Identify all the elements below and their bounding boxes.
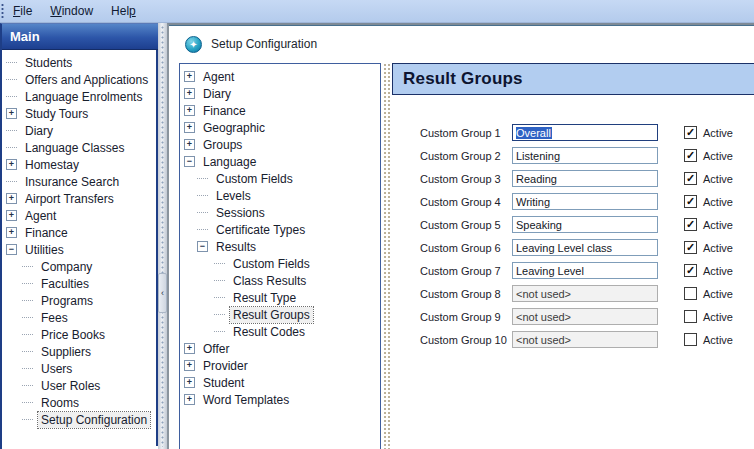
expand-plus-icon[interactable]: + (184, 105, 195, 116)
expand-plus-icon[interactable]: + (184, 122, 195, 133)
menu-item-window[interactable]: Window (41, 2, 102, 20)
sidebar-item-language-classes[interactable]: Language Classes (2, 139, 156, 156)
custom-group-input[interactable]: Leaving Level (512, 262, 658, 279)
config-tree-item-finance[interactable]: +Finance (180, 102, 380, 119)
active-checkbox-checked[interactable]: ✓ (684, 195, 697, 208)
expand-plus-icon[interactable]: + (184, 343, 195, 354)
collapse-minus-icon[interactable]: − (184, 156, 195, 167)
config-tree-item-result-type[interactable]: Result Type (180, 289, 380, 306)
active-checkbox-unchecked[interactable] (684, 333, 697, 346)
expand-plus-icon[interactable]: + (184, 88, 195, 99)
custom-group-input[interactable]: Speaking (512, 216, 658, 233)
config-tree-item-language[interactable]: −Language (180, 153, 380, 170)
custom-group-input[interactable]: Leaving Level class (512, 239, 658, 256)
menu-bar: FileWindowHelp (0, 0, 754, 23)
active-checkbox-checked[interactable]: ✓ (684, 172, 697, 185)
sidebar-item-language-enrolments[interactable]: Language Enrolments (2, 88, 156, 105)
custom-group-row: Custom Group 3Reading✓Active (392, 167, 754, 190)
config-tree-item-result-groups[interactable]: Result Groups (180, 306, 380, 323)
sidebar-item-company[interactable]: Company (2, 258, 156, 275)
config-tree-item-provider[interactable]: +Provider (180, 357, 380, 374)
sidebar-item-homestay[interactable]: +Homestay (2, 156, 156, 173)
sidebar-item-users[interactable]: Users (2, 360, 156, 377)
custom-group-input[interactable]: Reading (512, 170, 658, 187)
sidebar-item-offers-and-applications[interactable]: Offers and Applications (2, 71, 156, 88)
menu-item-help[interactable]: Help (102, 2, 145, 20)
config-tree-item-groups[interactable]: +Groups (180, 136, 380, 153)
custom-group-label: Custom Group 7 (420, 265, 512, 277)
collapse-minus-icon[interactable]: − (6, 244, 17, 255)
active-checkbox-checked[interactable]: ✓ (684, 126, 697, 139)
active-checkbox-checked[interactable]: ✓ (684, 241, 697, 254)
config-tree-item-student[interactable]: +Student (180, 374, 380, 391)
tree-item-label: Airport Transfers (22, 191, 117, 207)
sidebar-item-setup-configuration[interactable]: Setup Configuration (2, 411, 156, 428)
config-tree-item-class-results[interactable]: Class Results (180, 272, 380, 289)
splitter-texture (161, 25, 164, 447)
active-label: Active (703, 150, 733, 162)
config-tree-item-custom-fields[interactable]: Custom Fields (180, 255, 380, 272)
sidebar-item-programs[interactable]: Programs (2, 292, 156, 309)
window-titlebar: ✦ Setup Configuration (169, 25, 754, 63)
config-tree-item-agent[interactable]: +Agent (180, 68, 380, 85)
expand-plus-icon[interactable]: + (184, 139, 195, 150)
custom-group-input[interactable]: <not used> (512, 285, 658, 302)
config-tree-item-sessions[interactable]: Sessions (180, 204, 380, 221)
sidebar-item-rooms[interactable]: Rooms (2, 394, 156, 411)
config-tree-item-offer[interactable]: +Offer (180, 340, 380, 357)
sidebar-item-user-roles[interactable]: User Roles (2, 377, 156, 394)
config-tree-item-custom-fields[interactable]: Custom Fields (180, 170, 380, 187)
collapse-minus-icon[interactable]: − (197, 241, 208, 252)
sidebar-item-finance[interactable]: +Finance (2, 224, 156, 241)
config-tree-item-results[interactable]: −Results (180, 238, 380, 255)
sidebar-splitter[interactable]: ‹ (158, 23, 167, 449)
config-tree-item-levels[interactable]: Levels (180, 187, 380, 204)
menu-item-file[interactable]: File (4, 2, 41, 20)
active-checkbox-checked[interactable]: ✓ (684, 218, 697, 231)
config-tree-item-result-codes[interactable]: Result Codes (180, 323, 380, 340)
expand-plus-icon[interactable]: + (6, 108, 17, 119)
sidebar-item-students[interactable]: Students (2, 54, 156, 71)
custom-group-input[interactable]: <not used> (512, 331, 658, 348)
active-checkbox-checked[interactable]: ✓ (684, 264, 697, 277)
active-checkbox-checked[interactable]: ✓ (684, 149, 697, 162)
active-checkbox-unchecked[interactable] (684, 287, 697, 300)
expand-plus-icon[interactable]: + (184, 71, 195, 82)
custom-group-input[interactable]: Writing (512, 193, 658, 210)
custom-group-input[interactable]: Listening (512, 147, 658, 164)
expand-plus-icon[interactable]: + (6, 159, 17, 170)
main-sidebar: Main StudentsOffers and ApplicationsLang… (0, 23, 158, 449)
expand-plus-icon[interactable]: + (184, 360, 195, 371)
sidebar-item-utilities[interactable]: −Utilities (2, 241, 156, 258)
config-tree-item-certificate-types[interactable]: Certificate Types (180, 221, 380, 238)
tree-connector (214, 280, 225, 281)
tree-item-label: Insurance Search (22, 174, 122, 190)
sidebar-item-insurance-search[interactable]: Insurance Search (2, 173, 156, 190)
sidebar-item-study-tours[interactable]: +Study Tours (2, 105, 156, 122)
tree-item-label: Homestay (22, 157, 82, 173)
expand-plus-icon[interactable]: + (6, 227, 17, 238)
sidebar-item-diary[interactable]: Diary (2, 122, 156, 139)
collapse-sidebar-button[interactable]: ‹ (158, 273, 167, 313)
expand-plus-icon[interactable]: + (184, 377, 195, 388)
tree-connector (197, 212, 208, 213)
config-tree-item-diary[interactable]: +Diary (180, 85, 380, 102)
sidebar-item-agent[interactable]: +Agent (2, 207, 156, 224)
sidebar-item-fees[interactable]: Fees (2, 309, 156, 326)
sidebar-item-suppliers[interactable]: Suppliers (2, 343, 156, 360)
tree-splitter[interactable] (383, 63, 391, 449)
expand-plus-icon[interactable]: + (6, 210, 17, 221)
custom-group-input[interactable]: <not used> (512, 308, 658, 325)
custom-group-input[interactable]: Overall (512, 124, 658, 141)
config-tree-item-geographic[interactable]: +Geographic (180, 119, 380, 136)
sidebar-item-faculties[interactable]: Faculties (2, 275, 156, 292)
config-tree-item-word-templates[interactable]: +Word Templates (180, 391, 380, 408)
custom-group-row: Custom Group 5Speaking✓Active (392, 213, 754, 236)
sidebar-item-airport-transfers[interactable]: +Airport Transfers (2, 190, 156, 207)
expand-plus-icon[interactable]: + (6, 193, 17, 204)
sidebar-item-price-books[interactable]: Price Books (2, 326, 156, 343)
expand-plus-icon[interactable]: + (184, 394, 195, 405)
custom-group-row: Custom Group 2Listening✓Active (392, 144, 754, 167)
tree-item-label: Finance (200, 103, 249, 119)
active-checkbox-unchecked[interactable] (684, 310, 697, 323)
